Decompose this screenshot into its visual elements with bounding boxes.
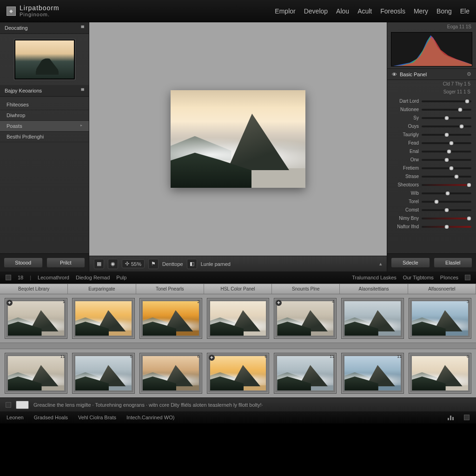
- film-tab[interactable]: Tonel Pnearls: [136, 284, 204, 294]
- slider-knob[interactable]: [458, 107, 463, 112]
- flag-icon[interactable]: ⚑: [148, 259, 159, 269]
- slider-knob[interactable]: [444, 132, 449, 137]
- mid-item[interactable]: Tralumancd Laskes: [352, 275, 397, 280]
- preset-item[interactable]: Fhiteoses: [0, 99, 89, 110]
- nav-item[interactable]: Alou: [336, 7, 349, 15]
- slider-row[interactable]: Orw: [392, 157, 471, 162]
- thumbnail[interactable]: 4✚: [274, 298, 337, 339]
- slider-track[interactable]: [422, 134, 471, 136]
- slider-row[interactable]: Dart Lord: [392, 99, 471, 104]
- zoom-readout[interactable]: ✣ 55%: [122, 259, 145, 268]
- slider-track[interactable]: [422, 209, 471, 211]
- thumbnail[interactable]: [207, 298, 270, 339]
- toolbar-label-2[interactable]: Lunle parned: [201, 261, 231, 267]
- status-item[interactable]: Leonen: [7, 415, 24, 420]
- basic-panel-header[interactable]: 👁 Basic Panel ⚙: [387, 68, 476, 80]
- nav-item[interactable]: Acult: [357, 7, 372, 15]
- slider-track[interactable]: [422, 192, 471, 194]
- slider-track[interactable]: [422, 126, 471, 127]
- slider-knob[interactable]: [444, 207, 449, 212]
- gear-icon[interactable]: ⚙: [467, 71, 471, 77]
- slider-row[interactable]: Torel: [392, 199, 471, 204]
- slider-row[interactable]: Sy: [392, 115, 471, 120]
- slider-track[interactable]: [422, 151, 471, 152]
- mid-item[interactable]: 18: [18, 275, 23, 280]
- slider-track[interactable]: [422, 117, 471, 119]
- film-tab[interactable]: Alfaosnoertel: [408, 284, 476, 294]
- left-btn-a[interactable]: Stoood: [4, 258, 43, 268]
- chip-icon[interactable]: [16, 401, 29, 409]
- film-tab[interactable]: Eurparingate: [68, 284, 136, 294]
- histogram[interactable]: [391, 32, 472, 66]
- slider-track[interactable]: [422, 226, 471, 228]
- nav-item[interactable]: Bong: [436, 7, 452, 15]
- navigator-header[interactable]: Deocating ▀: [0, 22, 89, 34]
- left-btn-b[interactable]: Prilct: [46, 258, 86, 268]
- slider-knob[interactable]: [449, 165, 454, 171]
- slider-knob[interactable]: [454, 174, 459, 179]
- right-btn-b[interactable]: Elaslel: [434, 258, 473, 268]
- thumbnail[interactable]: 11: [274, 353, 337, 394]
- grid-view-icon[interactable]: ▦: [94, 259, 104, 269]
- preset-item[interactable]: Poasts▸: [0, 121, 89, 132]
- preset-item[interactable]: Besthi Prdlenghi: [0, 132, 89, 142]
- slider-knob[interactable]: [466, 182, 471, 187]
- film-tab[interactable]: Beqolet Library: [0, 284, 68, 294]
- nav-item[interactable]: Emplor: [275, 7, 295, 15]
- slider-knob[interactable]: [434, 199, 439, 204]
- square-icon[interactable]: [464, 415, 469, 420]
- slider-track[interactable]: [422, 201, 471, 203]
- slider-track[interactable]: [422, 100, 471, 102]
- nav-item[interactable]: Foreosls: [380, 7, 405, 15]
- square-icon[interactable]: [6, 402, 11, 408]
- slider-track[interactable]: [422, 184, 471, 186]
- thumbnail[interactable]: 6: [409, 353, 471, 394]
- thumbnail[interactable]: 11: [341, 353, 404, 394]
- slider-row[interactable]: Fead: [392, 140, 471, 145]
- film-tab[interactable]: Snounts Plne: [272, 284, 340, 294]
- compare-icon[interactable]: ◧: [187, 259, 197, 269]
- slider-knob[interactable]: [466, 216, 471, 221]
- thumbnail[interactable]: 6✚: [207, 353, 270, 394]
- slider-row[interactable]: Wib: [392, 191, 471, 196]
- slider-row[interactable]: Nimy Bny: [392, 216, 471, 221]
- film-tab[interactable]: Alaonsitettians: [340, 284, 408, 294]
- square-icon[interactable]: [465, 275, 470, 280]
- thumbnail[interactable]: 11: [5, 353, 67, 394]
- right-btn-a[interactable]: Sdecle: [391, 258, 430, 268]
- slider-knob[interactable]: [444, 157, 449, 162]
- slider-row[interactable]: Nutionee: [392, 107, 471, 112]
- navigator-thumbnail[interactable]: [14, 40, 75, 79]
- chevron-up-icon[interactable]: ▴: [379, 261, 382, 267]
- status-item[interactable]: Gradsed Hoals: [34, 415, 68, 420]
- slider-track[interactable]: [422, 167, 471, 169]
- thumbnail[interactable]: 1✚: [5, 298, 67, 339]
- square-icon[interactable]: [6, 275, 11, 280]
- mid-item[interactable]: Plonces: [440, 275, 458, 280]
- thumbnail[interactable]: 6: [139, 353, 202, 394]
- status-item[interactable]: Intech.Canrined WO): [126, 415, 174, 420]
- slider-row[interactable]: Comst: [392, 207, 471, 212]
- slider-track[interactable]: [422, 159, 471, 161]
- slider-knob[interactable]: [444, 115, 449, 120]
- slider-row[interactable]: Taurigly: [392, 132, 471, 137]
- mid-item[interactable]: Pulp: [116, 275, 126, 280]
- slider-knob[interactable]: [465, 99, 470, 104]
- slider-row[interactable]: Sheotoors: [392, 182, 471, 187]
- slider-knob[interactable]: [449, 140, 454, 145]
- toolbar-label-1[interactable]: Denttope: [162, 261, 183, 267]
- thumbnail[interactable]: 2: [139, 298, 202, 339]
- slider-knob[interactable]: [444, 224, 449, 229]
- slider-row[interactable]: Ouys: [392, 124, 471, 129]
- slider-row[interactable]: Strase: [392, 174, 471, 179]
- mid-item[interactable]: Our Tigbtoms: [403, 275, 434, 280]
- slider-row[interactable]: Fretiem: [392, 165, 471, 171]
- slider-track[interactable]: [422, 218, 471, 219]
- film-tab[interactable]: HSL Color Panel: [204, 284, 272, 294]
- slider-row[interactable]: Naftor Ifnd: [392, 224, 471, 229]
- slider-knob[interactable]: [445, 191, 450, 196]
- main-photo[interactable]: [171, 90, 305, 188]
- slider-track[interactable]: [422, 142, 471, 144]
- slider-knob[interactable]: [459, 124, 464, 129]
- presets-header[interactable]: Bajpy Keoarions ▀: [0, 85, 89, 97]
